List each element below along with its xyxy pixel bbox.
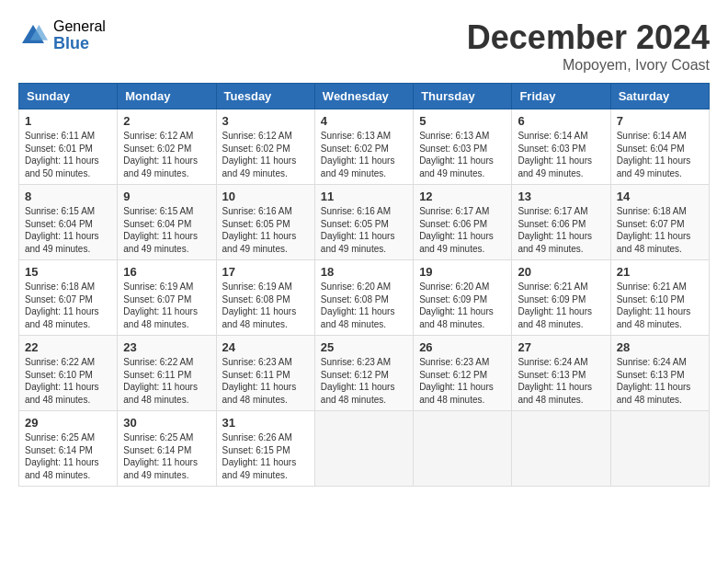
day-number: 14 [617,190,703,203]
day-number: 20 [518,265,604,279]
day-number: 25 [321,340,407,354]
calendar-week-row: 29 Sunrise: 6:25 AM Sunset: 6:14 PM Dayl… [19,411,710,487]
logo-icon [18,21,48,51]
calendar-day-cell [610,411,709,487]
day-number: 5 [419,114,506,128]
day-number: 29 [25,416,111,430]
day-info: Sunrise: 6:23 AM Sunset: 6:11 PM Dayligh… [222,356,309,406]
day-of-week-header: Tuesday [216,84,314,109]
day-info: Sunrise: 6:18 AM Sunset: 6:07 PM Dayligh… [617,205,703,255]
day-info: Sunrise: 6:11 AM Sunset: 6:01 PM Dayligh… [25,130,111,179]
day-number: 12 [419,190,506,203]
calendar-day-cell: 1 Sunrise: 6:11 AM Sunset: 6:01 PM Dayli… [19,109,118,185]
day-info: Sunrise: 6:15 AM Sunset: 6:04 PM Dayligh… [123,205,210,255]
calendar-day-cell: 4 Sunrise: 6:13 AM Sunset: 6:02 PM Dayli… [314,109,413,185]
day-info: Sunrise: 6:21 AM Sunset: 6:09 PM Dayligh… [518,281,604,330]
day-info: Sunrise: 6:19 AM Sunset: 6:08 PM Dayligh… [222,281,309,330]
logo-general: General [53,18,106,35]
day-number: 16 [123,265,210,279]
day-number: 30 [123,416,210,430]
calendar-day-cell: 27 Sunrise: 6:24 AM Sunset: 6:13 PM Dayl… [512,336,610,411]
day-of-week-header: Monday [118,84,216,109]
calendar-day-cell: 23 Sunrise: 6:22 AM Sunset: 6:11 PM Dayl… [118,336,216,411]
day-info: Sunrise: 6:19 AM Sunset: 6:07 PM Dayligh… [123,281,210,330]
day-number: 13 [518,190,604,203]
calendar-day-cell [512,411,610,487]
page-header: General Blue December 2024 Mopoyem, Ivor… [18,18,710,74]
calendar-day-cell: 20 Sunrise: 6:21 AM Sunset: 6:09 PM Dayl… [512,260,610,336]
calendar-day-cell: 9 Sunrise: 6:15 AM Sunset: 6:04 PM Dayli… [118,185,216,260]
title-area: December 2024 Mopoyem, Ivory Coast [467,18,710,74]
day-info: Sunrise: 6:25 AM Sunset: 6:14 PM Dayligh… [25,431,111,481]
day-of-week-header: Thursday [414,84,512,109]
day-number: 4 [321,114,407,128]
day-info: Sunrise: 6:13 AM Sunset: 6:03 PM Dayligh… [419,130,506,179]
calendar-day-cell: 12 Sunrise: 6:17 AM Sunset: 6:06 PM Dayl… [414,185,512,260]
day-info: Sunrise: 6:22 AM Sunset: 6:10 PM Dayligh… [25,356,111,406]
calendar-day-cell: 14 Sunrise: 6:18 AM Sunset: 6:07 PM Dayl… [610,185,709,260]
day-info: Sunrise: 6:18 AM Sunset: 6:07 PM Dayligh… [25,281,111,330]
calendar-day-cell [314,411,413,487]
day-info: Sunrise: 6:12 AM Sunset: 6:02 PM Dayligh… [222,130,309,179]
day-of-week-header: Saturday [610,84,709,109]
day-number: 3 [222,114,309,128]
day-info: Sunrise: 6:17 AM Sunset: 6:06 PM Dayligh… [419,205,506,255]
calendar-week-row: 1 Sunrise: 6:11 AM Sunset: 6:01 PM Dayli… [19,109,710,185]
day-of-week-header: Friday [512,84,610,109]
calendar-week-row: 15 Sunrise: 6:18 AM Sunset: 6:07 PM Dayl… [19,260,710,336]
calendar-day-cell: 8 Sunrise: 6:15 AM Sunset: 6:04 PM Dayli… [19,185,118,260]
day-info: Sunrise: 6:16 AM Sunset: 6:05 PM Dayligh… [321,205,407,255]
day-of-week-header: Wednesday [314,84,413,109]
calendar-day-cell: 11 Sunrise: 6:16 AM Sunset: 6:05 PM Dayl… [314,185,413,260]
calendar-day-cell: 31 Sunrise: 6:26 AM Sunset: 6:15 PM Dayl… [216,411,314,487]
calendar-day-cell: 25 Sunrise: 6:23 AM Sunset: 6:12 PM Dayl… [314,336,413,411]
day-number: 17 [222,265,309,279]
day-info: Sunrise: 6:24 AM Sunset: 6:13 PM Dayligh… [518,356,604,406]
day-number: 31 [222,416,309,430]
logo-text: General Blue [53,18,106,52]
calendar-header-row: SundayMondayTuesdayWednesdayThursdayFrid… [19,84,710,109]
calendar-day-cell: 28 Sunrise: 6:24 AM Sunset: 6:13 PM Dayl… [610,336,709,411]
day-number: 18 [321,265,407,279]
day-number: 23 [123,340,210,354]
day-info: Sunrise: 6:25 AM Sunset: 6:14 PM Dayligh… [123,431,210,481]
calendar-day-cell: 7 Sunrise: 6:14 AM Sunset: 6:04 PM Dayli… [610,109,709,185]
location: Mopoyem, Ivory Coast [467,57,710,74]
calendar-day-cell: 24 Sunrise: 6:23 AM Sunset: 6:11 PM Dayl… [216,336,314,411]
day-info: Sunrise: 6:12 AM Sunset: 6:02 PM Dayligh… [123,130,210,179]
calendar-day-cell: 29 Sunrise: 6:25 AM Sunset: 6:14 PM Dayl… [19,411,118,487]
calendar-table: SundayMondayTuesdayWednesdayThursdayFrid… [18,83,710,487]
calendar-day-cell: 18 Sunrise: 6:20 AM Sunset: 6:08 PM Dayl… [314,260,413,336]
calendar-day-cell: 15 Sunrise: 6:18 AM Sunset: 6:07 PM Dayl… [19,260,118,336]
day-info: Sunrise: 6:14 AM Sunset: 6:03 PM Dayligh… [518,130,604,179]
calendar-day-cell: 21 Sunrise: 6:21 AM Sunset: 6:10 PM Dayl… [610,260,709,336]
day-of-week-header: Sunday [19,84,118,109]
logo-blue: Blue [53,35,106,53]
day-number: 26 [419,340,506,354]
day-number: 1 [25,114,111,128]
calendar-day-cell: 5 Sunrise: 6:13 AM Sunset: 6:03 PM Dayli… [414,109,512,185]
calendar-week-row: 8 Sunrise: 6:15 AM Sunset: 6:04 PM Dayli… [19,185,710,260]
calendar-day-cell: 6 Sunrise: 6:14 AM Sunset: 6:03 PM Dayli… [512,109,610,185]
calendar-day-cell: 26 Sunrise: 6:23 AM Sunset: 6:12 PM Dayl… [414,336,512,411]
day-number: 22 [25,340,111,354]
day-info: Sunrise: 6:23 AM Sunset: 6:12 PM Dayligh… [419,356,506,406]
day-number: 15 [25,265,111,279]
day-info: Sunrise: 6:17 AM Sunset: 6:06 PM Dayligh… [518,205,604,255]
day-number: 6 [518,114,604,128]
logo: General Blue [18,18,106,52]
calendar-day-cell: 22 Sunrise: 6:22 AM Sunset: 6:10 PM Dayl… [19,336,118,411]
month-title: December 2024 [467,18,710,57]
day-number: 21 [617,265,703,279]
day-info: Sunrise: 6:15 AM Sunset: 6:04 PM Dayligh… [25,205,111,255]
day-info: Sunrise: 6:20 AM Sunset: 6:09 PM Dayligh… [419,281,506,330]
day-info: Sunrise: 6:16 AM Sunset: 6:05 PM Dayligh… [222,205,309,255]
calendar-day-cell: 17 Sunrise: 6:19 AM Sunset: 6:08 PM Dayl… [216,260,314,336]
day-number: 10 [222,190,309,203]
calendar-day-cell: 2 Sunrise: 6:12 AM Sunset: 6:02 PM Dayli… [118,109,216,185]
day-number: 28 [617,340,703,354]
day-info: Sunrise: 6:21 AM Sunset: 6:10 PM Dayligh… [617,281,703,330]
day-info: Sunrise: 6:13 AM Sunset: 6:02 PM Dayligh… [321,130,407,179]
calendar-day-cell [414,411,512,487]
day-number: 24 [222,340,309,354]
